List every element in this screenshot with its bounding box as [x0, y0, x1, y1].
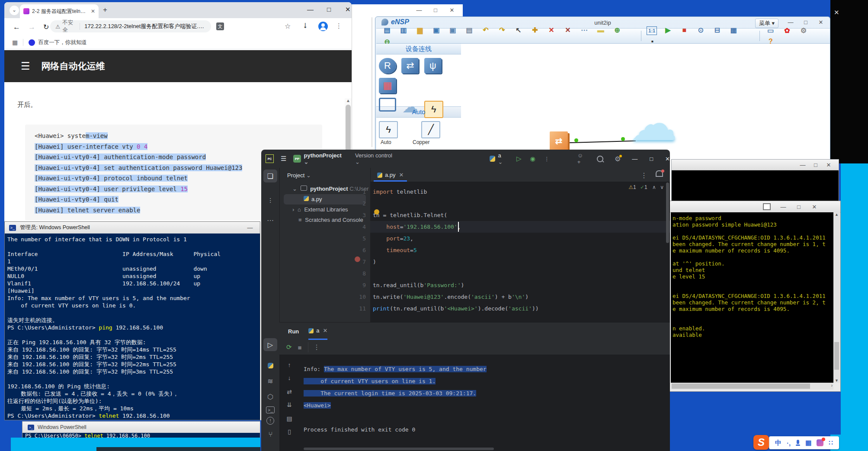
pan-icon[interactable]: ✚ [529, 25, 541, 36]
chevron-right-icon[interactable]: › [292, 206, 294, 213]
more-options-icon[interactable]: ⋮ [314, 343, 320, 351]
window-minimize-icon[interactable]: — [632, 156, 637, 162]
link-tool-icon selected[interactable]: ϟ [424, 101, 443, 118]
huawei-logo-icon[interactable]: ✿ [782, 25, 793, 36]
terminal-output[interactable]: n-mode passwordation password simple Hua… [671, 212, 833, 383]
inspections-widget[interactable]: ⚠1 ✓1 ∧ ∨ [628, 184, 664, 190]
forum-icon[interactable]: ▭ [765, 25, 776, 36]
add-user-icon[interactable]: ☺+ [577, 152, 586, 165]
tab-close-icon[interactable]: ✕ [91, 8, 95, 14]
reload-icon[interactable]: ↻ [43, 23, 49, 31]
rerun-icon[interactable]: ⟳ [286, 343, 292, 351]
editor-tab-apy[interactable]: a.py ✕ [374, 170, 407, 182]
editor-scrollbar-thumb[interactable] [666, 182, 669, 243]
prev-problem-icon[interactable]: ∧ [652, 184, 656, 190]
stop-icon[interactable]: ■ [679, 25, 690, 36]
settings-icon[interactable]: ⚙ [798, 25, 809, 36]
stop-icon[interactable]: ■ [298, 344, 302, 351]
open-icon[interactable]: ▆ [414, 25, 426, 36]
ime-lang-button[interactable]: 中 [775, 439, 782, 447]
window-close-icon[interactable]: ✕ [345, 6, 351, 13]
grid-icon[interactable]: ▦ [728, 25, 739, 36]
run-config-selector[interactable]: a ⌄ [498, 152, 507, 165]
toolbox-grid-icon[interactable]: ∷ [829, 439, 833, 447]
window-close-icon[interactable]: ✕ [445, 7, 458, 13]
window-minimize-icon[interactable]: — [777, 204, 790, 210]
cloud-node[interactable]: ☁ [630, 100, 677, 147]
switch-device-icon[interactable]: ⇄ [401, 58, 419, 74]
save-icon[interactable]: ▣ [431, 25, 442, 36]
download-icon[interactable]: ⭣ [304, 22, 307, 30]
code-editor[interactable]: 1234567891011 import telnetlib tn = teln… [370, 182, 670, 322]
sogou-logo[interactable]: S [753, 435, 769, 450]
apps-grid-icon[interactable]: ▦ [12, 39, 18, 46]
new-topo-icon[interactable]: ▤ [381, 25, 393, 36]
project-tool-icon[interactable]: ❏ [263, 170, 277, 182]
window-maximize-icon[interactable]: □ [792, 204, 805, 210]
more-tools-icon[interactable]: ⋯ [263, 214, 277, 227]
scroll-up-icon[interactable]: ▲ [833, 212, 840, 217]
copper-link-icon[interactable]: ╱ [421, 121, 440, 138]
scroll-up-icon[interactable]: ↑ [288, 361, 291, 368]
clear-all-icon[interactable]: ▯ [288, 428, 291, 435]
new-tab-button[interactable]: + [103, 6, 107, 14]
window-close-icon[interactable]: ✕ [808, 204, 821, 210]
scroll-up-icon[interactable]: ▲ [345, 98, 352, 103]
scroll-down-icon[interactable]: ↓ [288, 374, 291, 381]
microphone-icon[interactable] [796, 440, 800, 446]
window-maximize-icon[interactable]: □ [429, 7, 442, 13]
run-button[interactable]: ▷ [516, 155, 522, 163]
browser-tab[interactable]: 2-2 服务器端配置telnet | 网络… ✕ [20, 4, 99, 18]
soft-wrap-icon[interactable]: ⇄ [287, 388, 292, 395]
tab-options-icon[interactable]: ⋮ [641, 171, 647, 179]
tab-close-icon[interactable]: ✕ [399, 172, 404, 178]
topology-icon[interactable]: ⊟ [711, 25, 723, 36]
omnibox[interactable]: ⚠ 不安全 172.22.2.128/2-2telnet服务配置和客户端验证.h… [50, 20, 211, 32]
print-icon[interactable]: ▤ [286, 415, 292, 422]
window-minimize-icon[interactable]: — [307, 6, 314, 13]
print-icon[interactable]: ▤ [464, 25, 475, 36]
window-close-icon[interactable]: ✕ [822, 162, 835, 168]
layers-icon[interactable]: ≋ [263, 374, 277, 387]
scroll-down-icon[interactable]: ▼ [833, 378, 840, 383]
zoom-in-icon[interactable]: ⊕ [612, 25, 623, 36]
window-maximize-icon[interactable]: □ [327, 6, 331, 13]
capture-icon[interactable]: ⊙ [695, 25, 706, 36]
redo-icon[interactable]: ↷ [496, 25, 508, 36]
run-tool-icon[interactable]: ▷ [263, 338, 277, 351]
intention-bulb-icon[interactable] [374, 209, 379, 214]
window-close-icon[interactable]: ✕ [665, 156, 670, 162]
run-hscrollbar-thumb[interactable] [304, 448, 494, 450]
settings-gear-icon[interactable]: ⚙ [615, 155, 621, 163]
run-tab[interactable]: a ✕ [308, 323, 327, 340]
delete-icon[interactable]: ✕ [546, 25, 557, 36]
switch-node[interactable]: ⇄ [550, 131, 568, 150]
search-icon[interactable] [597, 156, 603, 162]
wlan-device-icon[interactable]: ψ [424, 58, 442, 74]
back-icon[interactable]: ← [13, 23, 20, 32]
vcs-branch-icon[interactable]: ⑂ [263, 428, 277, 441]
hamburger-icon[interactable]: ☰ [21, 60, 30, 72]
tab-search-button[interactable]: ⌄ [10, 6, 19, 15]
window-minimize-icon[interactable]: — [796, 162, 809, 168]
save-as-icon[interactable]: ▣ [447, 25, 458, 36]
scroll-right-icon[interactable]: › [831, 383, 833, 388]
vcs-selector[interactable]: Version control ⌄ [355, 152, 396, 165]
scrollbar[interactable] [372, 17, 372, 147]
scroll-to-end-icon[interactable]: ⇊ [287, 401, 292, 408]
structure-tool-icon[interactable]: ⫶ [263, 195, 277, 208]
services-icon[interactable]: ⬡ [263, 390, 277, 403]
bookmark-star-icon[interactable]: ☆ [285, 22, 291, 30]
python-packages-icon[interactable] [263, 359, 277, 372]
notifications-bell-icon[interactable] [656, 170, 663, 177]
run-console-output[interactable]: Info: The max number of VTY users is 5, … [304, 363, 663, 436]
ime-punctuation-button[interactable]: ·, [787, 439, 791, 447]
window-minimize-icon[interactable]: — [243, 224, 256, 231]
run-panel-title[interactable]: Run [288, 328, 299, 335]
window-maximize-icon[interactable]: □ [809, 162, 822, 168]
actual-size-icon[interactable]: 1:1 [647, 26, 657, 35]
main-menu-icon[interactable]: ☰ [281, 155, 286, 163]
firewall-device-icon[interactable]: ▦ [379, 78, 396, 93]
bookmark-item[interactable]: 百度一下，你就知道 [38, 39, 87, 46]
powershell-output[interactable]: The number of interface that is DOWN in … [5, 233, 260, 420]
